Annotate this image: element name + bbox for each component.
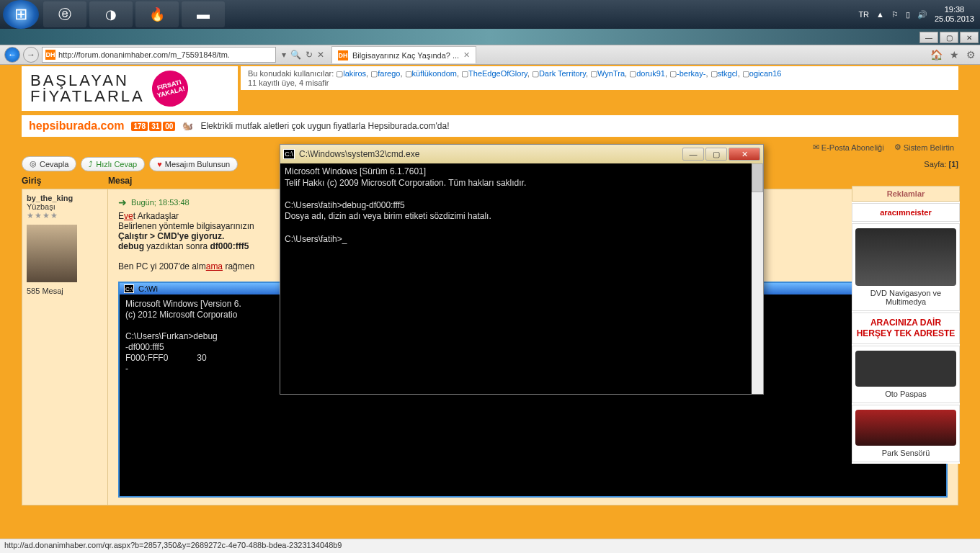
tray-lang[interactable]: TR [858, 10, 869, 19]
reply-button[interactable]: ◎ Cevapla [22, 156, 76, 171]
browser-toolbar: ← → DH http://forum.donanimhaber.com/m_7… [0, 45, 980, 65]
ad-1[interactable]: aracımneister [852, 203, 960, 222]
avatar[interactable] [27, 225, 77, 282]
cmd-icon: C:\ [124, 284, 134, 293]
user-link[interactable]: lakiros [343, 69, 366, 78]
user-link[interactable]: Dark Territory [539, 69, 586, 78]
user-link[interactable]: stkgcl [718, 69, 738, 78]
promo-banner[interactable]: BAŞLAYAN FİYATLARLA FIRSATI YAKALA! [22, 66, 238, 111]
star-icon[interactable]: ★ [950, 49, 959, 60]
tray-clock[interactable]: 19:38 25.05.2013 [935, 5, 974, 23]
taskbar: ⊞ ⓔ ◑ 🔥 ▬ TR ▲ ⚐ ▯ 🔊 19:38 25.05.2013 [0, 0, 980, 29]
stop-icon[interactable]: ✕ [317, 50, 324, 60]
url-controls: ▾ 🔍 ↻ ✕ [282, 50, 324, 60]
sponsor-countdown: 178 31 00 [131, 122, 175, 131]
ie-window-controls: — ▢ ✕ [919, 32, 979, 43]
dropdown-icon[interactable]: ▾ [282, 50, 286, 60]
ad-5[interactable]: Park Sensörü [852, 405, 960, 462]
url-text: http://forum.donanimhaber.com/m_75591848… [58, 50, 230, 59]
promo-sticker: FIRSATI YAKALA! [148, 66, 192, 110]
system-tray: TR ▲ ⚐ ▯ 🔊 19:38 25.05.2013 [858, 5, 980, 23]
ads-sidebar: Reklamlar aracımneister DVD Navigasyon v… [852, 186, 960, 464]
promo-text: BAŞLAYAN FİYATLARLA [30, 73, 145, 104]
user-link[interactable]: ogican16 [749, 69, 782, 78]
user-link[interactable]: WynTra [597, 69, 625, 78]
cmd-titlebar[interactable]: C:\ C:\Windows\system32\cmd.exe — ▢ ✕ [280, 145, 763, 163]
cmd-title-icon: C:\ [283, 149, 295, 159]
rank-stars-icon: ★★★★ [27, 211, 58, 220]
topic-users-count: 11 kayıtlı üye, 4 misafir [248, 78, 329, 87]
cmd-max-button[interactable]: ▢ [705, 148, 727, 161]
email-sub-link[interactable]: ✉ E-Posta Aboneliği [813, 143, 884, 152]
status-bar: http://ad.donanimhaber.com/qr.aspx?b=285… [0, 539, 980, 553]
sponsor-text: Elektrikli mutfak aletleri çok uygun fiy… [200, 121, 449, 131]
tab-favicon: DH [338, 50, 348, 60]
cmd-window[interactable]: C:\ C:\Windows\system32\cmd.exe — ▢ ✕ Mi… [280, 144, 764, 395]
user-link[interactable]: farego [378, 69, 400, 78]
cmd-window-title: C:\Windows\system32\cmd.exe [299, 149, 419, 159]
post-usercard: by_the_king Yüzbaşı ★★★★ 585 Mesaj [22, 189, 108, 505]
quick-reply-button[interactable]: ⤴ Hızlı Cevap [81, 157, 145, 171]
start-button[interactable]: ⊞ [3, 0, 39, 29]
ie-close-button[interactable]: ✕ [960, 32, 979, 43]
search-icon[interactable]: 🔍 [290, 50, 301, 60]
ad-3[interactable]: ARACINIZA DAİR HERŞEY TEK ADRESTE [852, 313, 960, 344]
user-link[interactable]: küflükondom [412, 69, 457, 78]
back-button[interactable]: ← [4, 47, 20, 63]
refresh-icon[interactable]: ↻ [306, 50, 313, 60]
cmd-output: Microsoft Windows [Sürüm 6.1.7601] Telif… [285, 166, 759, 245]
tray-net-icon[interactable]: ▯ [906, 10, 910, 19]
sponsor-logo: hepsiburada.com [29, 120, 124, 132]
ads-header: Reklamlar [852, 186, 960, 202]
task-app2[interactable]: ◑ [89, 1, 133, 27]
ie-max-button[interactable]: ▢ [940, 32, 958, 43]
user-link[interactable]: -berkay- [677, 69, 705, 78]
post-msgcount: 585 Mesaj [27, 287, 63, 295]
page-indicator: Sayfa: [1] [924, 160, 958, 168]
post-username[interactable]: by_the_king [27, 194, 73, 202]
tab-close-icon[interactable]: ✕ [463, 50, 470, 60]
cmd-min-button[interactable]: — [682, 148, 704, 161]
user-link[interactable]: doruk91 [636, 69, 665, 78]
task-app3[interactable]: 🔥 [135, 1, 179, 27]
sponsor-mascot-icon: 🐿️ [182, 121, 193, 131]
address-bar[interactable]: DH http://forum.donanimhaber.com/m_75591… [42, 47, 276, 63]
my-msg-button[interactable]: Mesajım Bulunsun [149, 157, 238, 171]
browser-extras: 🏠 ★ ⚙ [930, 49, 976, 60]
cmd-close-button[interactable]: ✕ [729, 148, 760, 161]
topic-users-label: Bu konudaki kullanıcılar: [248, 69, 334, 78]
cmd-scroll-thumb[interactable] [752, 163, 763, 192]
browser-tab[interactable]: DH Bilgisayarınız Kaç Yaşında? ... ✕ [331, 46, 476, 63]
forward-button[interactable]: → [23, 47, 39, 63]
ie-min-button[interactable]: — [919, 32, 938, 43]
topic-users: Bu konudaki kullanıcılar: ▢lakiros, ▢far… [241, 66, 958, 90]
tray-flag-icon[interactable]: ▲ [876, 10, 884, 19]
cmd-scrollbar[interactable] [752, 163, 763, 394]
col-message: Mesaj [108, 176, 132, 186]
status-text: http://ad.donanimhaber.com/qr.aspx?b=285… [4, 541, 342, 549]
user-link[interactable]: TheEdgeOfGlory [468, 69, 527, 78]
arrow-icon: ➜ [118, 197, 127, 208]
task-ie[interactable]: ⓔ [43, 1, 86, 27]
favicon: DH [45, 50, 55, 60]
cmd-body[interactable]: Microsoft Windows [Sürüm 6.1.7601] Telif… [280, 163, 763, 394]
system-notify-link[interactable]: ⚙ Sistem Belirtin [894, 143, 954, 152]
col-login: Giriş [22, 176, 108, 186]
tray-vol-icon[interactable]: 🔊 [917, 10, 927, 19]
tray-time: 19:38 [935, 5, 974, 14]
gear-icon[interactable]: ⚙ [966, 49, 976, 60]
sponsor-bar[interactable]: hepsiburada.com 178 31 00 🐿️ Elektrikli … [22, 115, 958, 137]
task-cmd[interactable]: ▬ [182, 1, 225, 27]
tray-action-icon[interactable]: ⚐ [891, 10, 899, 19]
post-rank: Yüzbaşı [27, 202, 55, 211]
ad-4[interactable]: Oto Paspas [852, 346, 960, 403]
tab-title: Bilgisayarınız Kaç Yaşında? ... [352, 51, 459, 60]
ad-2[interactable]: DVD Navigasyon ve Multimedya [852, 223, 960, 311]
tray-date: 25.05.2013 [935, 14, 974, 24]
home-icon[interactable]: 🏠 [930, 49, 943, 60]
